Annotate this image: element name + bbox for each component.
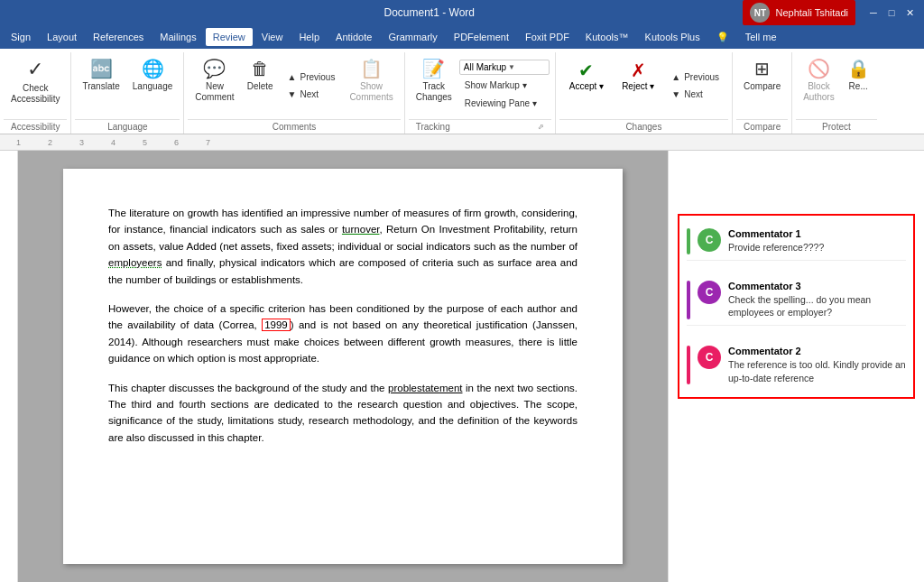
menu-foxit[interactable]: Foxit PDF	[518, 28, 577, 46]
track-changes-icon: 📝	[422, 60, 445, 78]
annotated-turnover: turnover	[342, 224, 380, 235]
next-change-label: Next	[684, 89, 703, 99]
menu-grammarly[interactable]: Grammarly	[381, 28, 444, 46]
avatar: NT	[750, 3, 770, 23]
block-authors-button[interactable]: 🚫 BlockAuthors	[798, 56, 839, 115]
annotated-problestatement: problestatement	[388, 383, 462, 393]
comment-card-3: C Commentator 3 Check the spelling... do…	[687, 275, 906, 326]
translate-label: Translate	[82, 81, 119, 92]
accept-icon: ✔	[578, 60, 594, 81]
accept-button[interactable]: ✔ Accept ▾	[561, 56, 612, 115]
menu-lightbulb[interactable]: 💡	[709, 28, 736, 47]
show-markup-button[interactable]: Show Markup ▾	[459, 78, 550, 93]
document-page[interactable]: The literature on growth has identified …	[63, 169, 623, 564]
all-markup-chevron: ▼	[508, 63, 515, 71]
ribbon-group-accessibility: ✓ CheckAccessibility Accessibility	[0, 52, 71, 134]
check-accessibility-button[interactable]: ✓ CheckAccessibility	[5, 56, 65, 115]
annotated-employeers: employeers	[108, 257, 162, 268]
previous-change-icon: ▲	[671, 72, 680, 82]
menu-sign[interactable]: Sign	[4, 28, 38, 46]
delete-label: Delete	[247, 81, 273, 92]
protect-group-label: Protect	[796, 119, 876, 134]
commentator3-name: Commentator 3	[728, 281, 906, 291]
track-changes-button[interactable]: 📝 TrackChanges	[411, 56, 457, 106]
new-comment-button[interactable]: 💬 NewComment	[189, 56, 239, 115]
previous-change-button[interactable]: ▲ Previous	[666, 69, 725, 85]
previous-change-label: Previous	[684, 72, 719, 82]
annotated-1999: 1999	[262, 319, 291, 331]
ruler: 1 2 3 4 5 6 7	[0, 134, 924, 151]
ribbon-group-comments: 💬 NewComment 🗑 Delete ▲ Previous ▼ Next	[184, 52, 404, 134]
accessibility-icon: ✓	[27, 60, 43, 79]
delete-button[interactable]: 🗑 Delete	[242, 56, 279, 115]
menu-kutools[interactable]: Kutools™	[578, 28, 636, 46]
new-comment-label: NewComment	[195, 81, 234, 103]
paragraph-3: This chapter discusses the background of…	[108, 380, 578, 447]
menu-kutools-plus[interactable]: Kutools Plus	[638, 28, 707, 46]
language-button[interactable]: 🌐 Language	[127, 56, 179, 115]
left-margin	[0, 151, 18, 582]
accept-label: Accept ▾	[569, 81, 604, 91]
next-comment-button[interactable]: ▼ Next	[282, 87, 341, 102]
accessibility-group-label: Accessibility	[4, 119, 67, 134]
language-group-label: Language	[75, 119, 180, 134]
show-comments-label: ShowComments	[349, 81, 393, 103]
reviewing-pane-label: Reviewing Pane ▾	[465, 98, 537, 108]
all-markup-dropdown[interactable]: All Markup ▼	[459, 60, 550, 75]
minimize-button[interactable]: ─	[866, 5, 881, 20]
comments-group-label: Comments	[188, 119, 400, 134]
menu-pdfelement[interactable]: PDFelement	[447, 28, 516, 46]
track-changes-label: TrackChanges	[416, 81, 452, 103]
translate-button[interactable]: 🔤 Translate	[77, 56, 125, 115]
reject-label: Reject ▾	[622, 81, 654, 91]
show-comments-button[interactable]: 📋 ShowComments	[344, 56, 398, 115]
window-title: Document1 - Word	[116, 6, 743, 19]
next-change-button[interactable]: ▼ Next	[666, 87, 725, 102]
block-authors-label: BlockAuthors	[803, 81, 834, 103]
changes-group-label: Changes	[559, 119, 728, 134]
document-area[interactable]: The literature on growth has identified …	[18, 151, 668, 582]
menu-mailings[interactable]: Mailings	[152, 28, 203, 46]
previous-comment-label: Previous	[300, 72, 335, 82]
tracking-group-label: Tracking ⬀	[409, 119, 551, 134]
menu-tell-me[interactable]: Tell me	[738, 28, 784, 46]
user-profile[interactable]: NT Nephtali Tshitadi	[743, 0, 855, 25]
commentator1-text: Provide reference????	[728, 241, 906, 254]
next-comment-icon: ▼	[288, 89, 297, 99]
paragraph-1: The literature on growth has identified …	[108, 205, 578, 288]
menu-layout[interactable]: Layout	[40, 28, 84, 46]
next-change-icon: ▼	[671, 89, 680, 99]
previous-comment-button[interactable]: ▲ Previous	[282, 69, 341, 85]
comments-container: C Commentator 1 Provide reference???? C …	[678, 214, 915, 399]
paragraph-2: However, the choice of a specific criter…	[108, 300, 578, 367]
menu-help[interactable]: Help	[291, 28, 327, 46]
ribbon-group-language: 🔤 Translate 🌐 Language Language	[71, 52, 184, 134]
menu-view[interactable]: View	[254, 28, 291, 46]
menu-bar: Sign Layout References Mailings Review V…	[0, 25, 924, 49]
comment-bar-2	[687, 346, 690, 384]
next-comment-label: Next	[300, 89, 319, 99]
maximize-button[interactable]: □	[884, 5, 899, 20]
commentator1-avatar: C	[698, 228, 721, 252]
menu-references[interactable]: References	[86, 28, 151, 46]
compare-button[interactable]: ⊞ Compare	[738, 56, 786, 115]
comment-card-2: C Commentator 2 The reference is too old…	[687, 340, 906, 390]
language-icon: 🌐	[142, 60, 164, 78]
show-comments-icon: 📋	[360, 60, 383, 78]
close-button[interactable]: ✕	[902, 5, 917, 20]
tracking-dialog-launcher[interactable]: ⬀	[538, 123, 544, 131]
reject-button[interactable]: ✗ Reject ▾	[614, 56, 662, 115]
menu-review[interactable]: Review	[206, 28, 253, 46]
menu-antidote[interactable]: Antidote	[328, 28, 379, 46]
ribbon-group-protect: 🚫 BlockAuthors 🔒 Re... Protect	[792, 52, 880, 134]
username: Nephtali Tshitadi	[775, 7, 848, 18]
compare-group-label: Compare	[736, 119, 788, 134]
comments-area: C Commentator 1 Provide reference???? C …	[668, 151, 924, 582]
block-authors-icon: 🚫	[808, 60, 830, 78]
comment-body-2: Commentator 2 The reference is too old. …	[728, 346, 906, 384]
restrict-editing-button[interactable]: 🔒 Re...	[842, 56, 875, 115]
commentator2-text: The reference is too old. Kindly provide…	[728, 358, 906, 384]
commentator2-name: Commentator 2	[728, 346, 906, 356]
commentator2-avatar: C	[698, 346, 721, 369]
reviewing-pane-button[interactable]: Reviewing Pane ▾	[459, 96, 550, 111]
